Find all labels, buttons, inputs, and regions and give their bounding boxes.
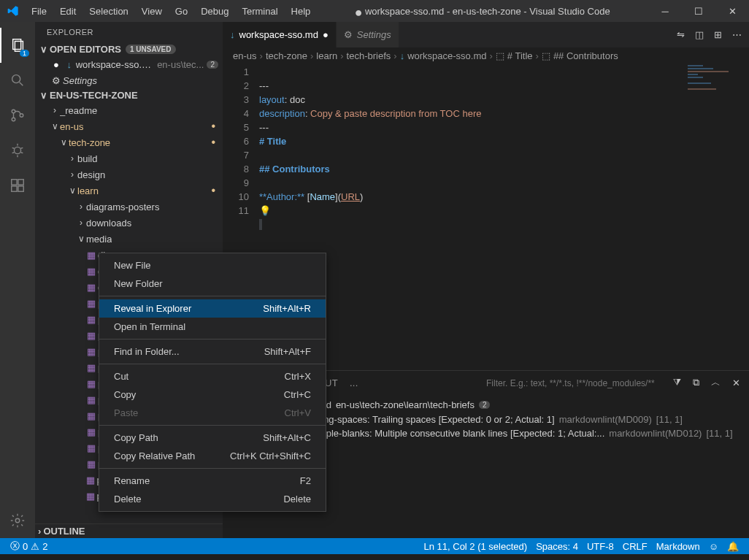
tree-item-diagrams-posters[interactable]: ›diagrams-posters (35, 199, 223, 215)
feedback-icon[interactable]: ☺ (704, 541, 723, 552)
open-editor-item[interactable]: ⚙Settings (35, 72, 223, 88)
yaml-key: layout (259, 94, 285, 105)
close-panel-icon[interactable]: ✕ (732, 377, 740, 388)
open-editor-item[interactable]: ●↓workspace-sso.mden-us\tec...2 (35, 56, 223, 72)
context-menu-copy-relative-path[interactable]: Copy Relative PathCtrl+K Ctrl+Shift+C (99, 447, 326, 465)
breadcrumb-item[interactable]: ## Contributors (553, 50, 618, 61)
context-menu-delete[interactable]: DeleteDelete (99, 490, 326, 508)
tab-actions: ⇋ ◫ ⊞ ⋯ (677, 29, 749, 40)
editor-tabs: ↓workspace-sso.md●⚙Settings ⇋ ◫ ⊞ ⋯ (223, 22, 749, 47)
error-icon: ⓧ (10, 540, 20, 553)
context-menu-find-in-folder-[interactable]: Find in Folder...Shift+Alt+F (99, 342, 326, 361)
context-menu-rename[interactable]: RenameF2 (99, 472, 326, 490)
md-heading: ## Contributors (259, 164, 330, 174)
settings-gear-icon[interactable] (0, 503, 35, 538)
menu-terminal[interactable]: Terminal (236, 3, 283, 20)
open-editors-section[interactable]: ∨ OPEN EDITORS 1 UNSAVED (35, 42, 223, 56)
window-title: ● workspace-sso.md - en-us-tech-zone - V… (316, 6, 648, 17)
problems-filter-input[interactable] (486, 378, 661, 388)
svg-point-6 (20, 114, 23, 118)
search-icon[interactable] (0, 63, 35, 98)
svg-line-10 (12, 147, 15, 148)
status-language[interactable]: Markdown (652, 541, 704, 552)
status-errors[interactable]: ⓧ0 ⚠2 (6, 540, 52, 553)
breadcrumbs[interactable]: en-us›tech-zone›learn›tech-briefs›↓ work… (223, 47, 749, 64)
close-button[interactable]: ✕ (715, 0, 749, 22)
context-menu-reveal-in-explorer[interactable]: Reveal in ExplorerShift+Alt+R (99, 299, 326, 318)
outline-label: OUTLINE (43, 526, 85, 537)
breadcrumb-item[interactable]: learn (316, 50, 337, 61)
workspace-root-section[interactable]: ∨ EN-US-TECH-ZONE (35, 88, 223, 102)
split-down-icon[interactable]: ⊞ (714, 29, 722, 40)
tree-item-tech-zone[interactable]: ∨tech-zone• (35, 134, 223, 150)
md-heading: # Title (259, 136, 286, 147)
md-url: URL (341, 191, 360, 202)
status-spaces[interactable]: Spaces: 4 (531, 541, 583, 552)
breadcrumb-item[interactable]: workspace-sso.md (407, 50, 486, 61)
problem-count-badge: 2 (479, 401, 491, 409)
breadcrumb-item[interactable]: tech-zone (266, 50, 307, 61)
tree-item-build[interactable]: ›build (35, 150, 223, 166)
tree-item-design[interactable]: ›design (35, 166, 223, 183)
svg-rect-16 (18, 186, 23, 191)
code-line: --- (259, 122, 269, 133)
sidebar-title: EXPLORER (35, 22, 223, 42)
svg-point-18 (15, 518, 20, 523)
svg-rect-14 (12, 180, 17, 185)
code-content[interactable]: --- layout: doc description: Copy & past… (259, 64, 749, 370)
menu-selection[interactable]: Selection (83, 3, 134, 20)
context-menu-new-folder[interactable]: New Folder (99, 275, 326, 293)
svg-line-11 (21, 147, 23, 148)
tree-item-learn[interactable]: ∨learn• (35, 183, 223, 199)
tree-item-downloads[interactable]: ›downloads (35, 215, 223, 231)
svg-line-12 (12, 153, 15, 153)
compare-icon[interactable]: ⇋ (677, 29, 685, 40)
menu-help[interactable]: Help (285, 3, 317, 20)
context-menu-copy-path[interactable]: Copy PathShift+Alt+C (99, 429, 326, 447)
status-encoding[interactable]: UTF-8 (583, 541, 618, 552)
editor-tab[interactable]: ↓workspace-sso.md● (223, 22, 337, 47)
split-right-icon[interactable]: ◫ (695, 29, 704, 40)
minimap[interactable] (688, 64, 739, 107)
collapse-icon[interactable]: ⧉ (693, 377, 699, 388)
menu-view[interactable]: View (136, 3, 168, 20)
context-menu-open-in-terminal[interactable]: Open in Terminal (99, 318, 326, 336)
menu-go[interactable]: Go (169, 3, 193, 20)
chevron-down-icon: ∨ (38, 44, 50, 55)
tree-item-media[interactable]: ∨media (35, 231, 223, 247)
status-eol[interactable]: CRLF (618, 541, 652, 552)
menu-debug[interactable]: Debug (195, 3, 234, 20)
context-menu-new-file[interactable]: New File (99, 256, 326, 275)
modified-indicator: ● (355, 4, 363, 19)
more-icon[interactable]: ⋯ (732, 29, 742, 40)
tree-item-en-us[interactable]: ∨en-us• (35, 118, 223, 134)
menu-file[interactable]: File (26, 3, 53, 20)
source-control-icon[interactable] (0, 98, 35, 133)
filter-icon[interactable]: ⧩ (673, 377, 681, 388)
notifications-icon[interactable]: 🔔 (723, 541, 743, 552)
minimize-button[interactable]: ─ (648, 0, 682, 22)
context-menu-copy[interactable]: CopyCtrl+C (99, 386, 326, 404)
explorer-icon[interactable]: 1 (0, 28, 35, 63)
context-menu-cut[interactable]: CutCtrl+X (99, 367, 326, 386)
chevron-up-icon[interactable]: ︿ (711, 376, 721, 389)
extensions-icon[interactable] (0, 168, 35, 203)
warning-icon: ⚠ (31, 541, 39, 552)
breadcrumb-item[interactable]: # Title (507, 50, 533, 61)
menu-edit[interactable]: Edit (54, 3, 82, 20)
status-warning-count: 2 (42, 541, 47, 552)
svg-line-13 (21, 153, 23, 153)
status-cursor[interactable]: Ln 11, Col 2 (1 selected) (419, 541, 531, 552)
editor-tab[interactable]: ⚙Settings (337, 22, 399, 47)
panel-tab-more[interactable]: ... (350, 375, 358, 391)
maximize-button[interactable]: ☐ (682, 0, 715, 22)
debug-icon[interactable] (0, 133, 35, 168)
svg-rect-15 (12, 186, 17, 191)
md-bold: **Author:** (259, 191, 304, 202)
breadcrumb-item[interactable]: en-us (233, 50, 257, 61)
context-menu: New FileNew FolderReveal in ExplorerShif… (99, 253, 326, 512)
tree-item-_readme[interactable]: ›_readme (35, 102, 223, 118)
breadcrumb-item[interactable]: tech-briefs (347, 50, 391, 61)
outline-section[interactable]: › OUTLINE (35, 523, 223, 538)
open-editors-label: OPEN EDITORS (50, 44, 121, 55)
